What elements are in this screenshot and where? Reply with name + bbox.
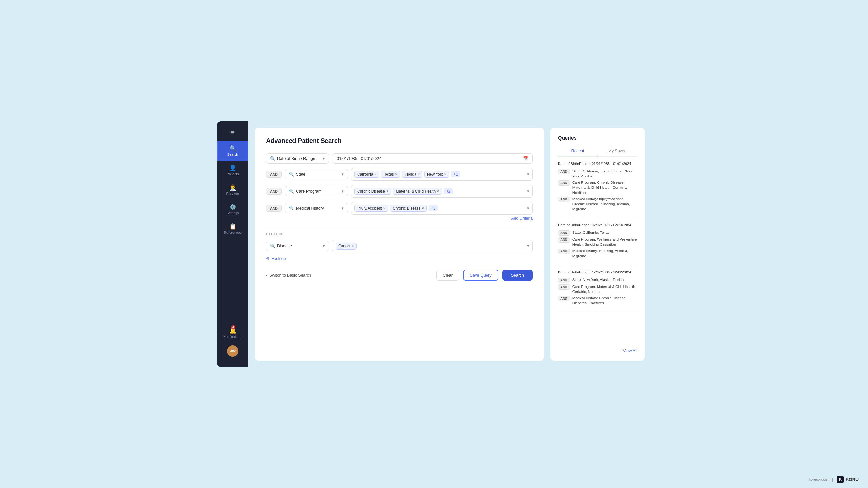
queries-panel: Queries Recent My Saved Date of Birth/Ra… <box>550 128 645 361</box>
query-date-2: Date of Birth/Range: 02/02/1979 - 02/20/… <box>558 223 631 227</box>
sidebar-item-settings[interactable]: ⚙️ Settings <box>217 200 248 219</box>
criteria-section: 🔍 Date of Birth / Range ▾ 01/01/1985 - 0… <box>266 153 533 215</box>
tag-cancer: Cancer × <box>336 243 356 249</box>
query-text: State: California, Texas, Florida, New Y… <box>572 169 637 179</box>
query-row: AND Medical History: Smoking, Asthma, Mi… <box>558 248 637 258</box>
save-query-button[interactable]: Save Query <box>463 270 498 281</box>
query-group-2: Date of Birth/Range: 02/02/1979 - 02/20/… <box>558 223 637 265</box>
provider-icon: 👨‍⚕️ <box>229 185 236 190</box>
sidebar-item-provider[interactable]: 👨‍⚕️ Provider <box>217 180 248 200</box>
koru-k-icon: K <box>837 476 844 483</box>
search-button[interactable]: Search <box>502 270 533 281</box>
main-content: Advanced Patient Search 🔍 Date of Birth … <box>255 128 544 361</box>
dob-label: Date of Birth / Range <box>277 156 315 161</box>
search-icon: 🔍 <box>229 146 236 151</box>
expand-state-icon[interactable]: ▾ <box>527 172 529 177</box>
query-row: Date of Birth/Range: 12/02/1990 - 12/02/… <box>558 270 637 276</box>
avatar[interactable]: JW <box>227 345 238 357</box>
sidebar-bottom: 4 🔔 Notifications JW <box>217 324 248 362</box>
sidebar-item-patients[interactable]: 👤 Patients <box>217 161 248 180</box>
query-date-3: Date of Birth/Range: 12/02/1990 - 12/02/… <box>558 270 631 274</box>
medical-values[interactable]: Injury/Accident × Chronic Disease × +3 ▾ <box>351 202 533 215</box>
exclude-row: 🔍 Disease ▾ Cancer × ▾ <box>266 240 533 252</box>
expand-care-icon[interactable]: ▾ <box>527 189 529 193</box>
add-criteria-button[interactable]: + Add Criteria <box>508 216 533 220</box>
footer: koruux.com | K KORU <box>809 476 859 483</box>
tag-new-york: New York × <box>424 171 449 178</box>
query-row: AND Medical History: Injury/Accident, Ch… <box>558 196 637 211</box>
chevron-down-icon: ▾ <box>342 172 344 177</box>
page-title: Advanced Patient Search <box>266 137 533 145</box>
notification-badge: 4 <box>231 325 235 329</box>
clear-button[interactable]: Clear <box>436 270 459 281</box>
calendar-icon: 📅 <box>523 156 528 161</box>
tab-my-saved[interactable]: My Saved <box>597 146 637 156</box>
settings-icon: ⚙️ <box>229 204 236 210</box>
sidebar-item-label: Search <box>227 153 238 156</box>
sidebar: ☰ 🔍 Search 👤 Patients 👨‍⚕️ Provider ⚙️ S… <box>217 121 248 367</box>
query-row: AND Medical History: Chronic Disease, Di… <box>558 296 637 306</box>
date-value: 01/01/1985 - 01/01/2024 <box>337 156 381 161</box>
switch-basic-button[interactable]: ‹ Switch to Basic Search <box>266 273 311 277</box>
disease-type-select[interactable]: 🔍 Disease ▾ <box>266 241 329 251</box>
tag-florida: Florida × <box>402 171 422 178</box>
sidebar-item-label: Notifications <box>223 335 242 339</box>
sidebar-item-label: Provider <box>226 192 239 195</box>
query-text: Medical History: Chronic Disease, Diabet… <box>572 296 637 306</box>
q-and-badge: AND <box>558 277 570 283</box>
tag-injury: Injury/Accident × <box>354 205 388 212</box>
medical-more-badge[interactable]: +3 <box>429 205 438 211</box>
sidebar-nav: 🔍 Search 👤 Patients 👨‍⚕️ Provider ⚙️ Set… <box>217 141 248 324</box>
query-row: Date of Birth/Range: 01/01/1985 - 01/01/… <box>558 162 637 167</box>
add-criteria-row: + Add Criteria <box>266 216 533 220</box>
exclude-link-label: Exclude <box>271 256 286 261</box>
expand-medical-icon[interactable]: ▾ <box>527 206 529 211</box>
care-program-row: AND 🔍 Care Program ▾ Chronic Disease × M… <box>266 185 533 197</box>
q-and-badge: AND <box>558 284 570 290</box>
sidebar-item-references[interactable]: 📋 References <box>217 219 248 239</box>
query-group-1: Date of Birth/Range: 01/01/1985 - 01/01/… <box>558 162 637 218</box>
search-small-icon: 🔍 <box>270 156 275 161</box>
state-row: AND 🔍 State ▾ California × Texas × Flori… <box>266 168 533 181</box>
care-values[interactable]: Chronic Disease × Maternal & Child Healt… <box>351 185 533 197</box>
state-values[interactable]: California × Texas × Florida × New York … <box>351 168 533 181</box>
menu-button[interactable]: ☰ <box>217 126 248 139</box>
search-small-icon: 🔍 <box>289 172 294 177</box>
q-and-badge: AND <box>558 230 570 236</box>
q-and-badge: AND <box>558 180 570 186</box>
chevron-left-icon: ‹ <box>266 273 267 277</box>
tab-recent[interactable]: Recent <box>558 146 597 156</box>
tag-california: California × <box>354 171 379 178</box>
care-type-select[interactable]: 🔍 Care Program ▾ <box>285 186 348 196</box>
state-more-badge[interactable]: +1 <box>451 171 460 178</box>
q-and-badge: AND <box>558 196 570 202</box>
expand-disease-icon[interactable]: ▾ <box>527 244 529 248</box>
references-icon: 📋 <box>229 224 236 230</box>
queries-tabs: Recent My Saved <box>558 146 637 157</box>
patients-icon: 👤 <box>229 165 236 171</box>
sidebar-item-search[interactable]: 🔍 Search <box>217 141 248 161</box>
exclude-icon: ⊖ <box>266 256 270 261</box>
chevron-down-icon: ▾ <box>323 156 325 161</box>
query-row: AND Care Program: Chronic Disease, Mater… <box>558 180 637 195</box>
dob-date-input[interactable]: 01/01/1985 - 01/01/2024 📅 <box>332 153 533 163</box>
chevron-down-icon: ▾ <box>342 189 344 193</box>
medical-type-select[interactable]: 🔍 Medical History ▾ <box>285 203 348 213</box>
search-small-icon: 🔍 <box>270 244 275 248</box>
dob-type-select[interactable]: 🔍 Date of Birth / Range ▾ <box>266 153 329 163</box>
sidebar-item-label: References <box>224 231 242 235</box>
query-date-1: Date of Birth/Range: 01/01/1985 - 01/01/… <box>558 162 631 165</box>
view-all-button[interactable]: View All <box>623 348 637 353</box>
care-more-badge[interactable]: +2 <box>444 188 453 194</box>
state-type-select[interactable]: 🔍 State ▾ <box>285 169 348 179</box>
disease-values[interactable]: Cancer × ▾ <box>332 240 533 252</box>
medical-label: Medical History <box>296 206 324 211</box>
exclude-button[interactable]: ⊖ Exclude <box>266 256 533 261</box>
chevron-down-icon: ▾ <box>323 244 325 248</box>
tag-maternal-child: Maternal & Child Health × <box>393 188 441 195</box>
sidebar-item-notifications[interactable]: 4 🔔 Notifications <box>223 324 242 343</box>
and-badge-medical: AND <box>266 205 282 212</box>
medical-history-row: AND 🔍 Medical History ▾ Injury/Accident … <box>266 202 533 215</box>
search-small-icon: 🔍 <box>289 206 294 211</box>
q-and-badge: AND <box>558 249 570 254</box>
